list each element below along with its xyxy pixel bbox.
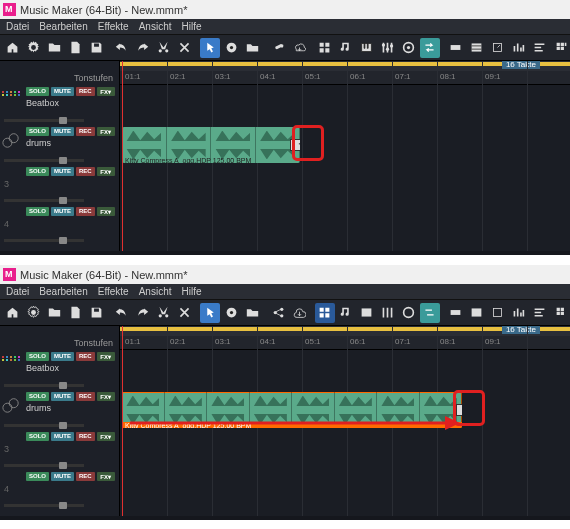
track-lane-4[interactable] (120, 205, 570, 245)
mute-btn-4[interactable]: MUTE (51, 207, 74, 216)
track-vol-4[interactable] (4, 504, 84, 507)
rec-btn-3[interactable]: REC (76, 432, 95, 441)
film-icon[interactable] (466, 38, 486, 58)
piano-icon[interactable] (357, 38, 377, 58)
track-head-2[interactable]: SOLO MUTE REC FX▾ drums (0, 390, 120, 430)
menu-hilfe[interactable]: Hilfe (181, 21, 201, 32)
redo-icon[interactable] (133, 303, 153, 323)
track-lane-2[interactable]: Kitty Compress A_ogg.HDP 125.00 BPM ↔ (120, 125, 570, 165)
fx-btn-1[interactable]: FX▾ (97, 352, 115, 361)
fx-icon[interactable] (399, 38, 419, 58)
rec-btn-2[interactable]: REC (76, 127, 95, 136)
track-head-1[interactable]: SOLO MUTE REC FX▾ Beatbox (0, 350, 120, 390)
rec-btn-3[interactable]: REC (76, 167, 95, 176)
rec-btn-1[interactable]: REC (76, 352, 95, 361)
rec-btn-4[interactable]: REC (76, 207, 95, 216)
menu-bearbeiten[interactable]: Bearbeiten (39, 286, 87, 297)
mute-btn-3[interactable]: MUTE (51, 432, 74, 441)
menu-ansicht[interactable]: Ansicht (139, 21, 172, 32)
track-head-1[interactable]: SOLO MUTE REC FX▾ Beatbox (0, 85, 120, 125)
solo-btn-1[interactable]: SOLO (26, 87, 49, 96)
mute-btn-4[interactable]: MUTE (51, 472, 74, 481)
track-lane-1[interactable] (120, 350, 570, 390)
clip-icon[interactable] (445, 303, 465, 323)
track-lane-3[interactable] (120, 165, 570, 205)
track-vol-1[interactable] (4, 119, 84, 122)
grid2-icon[interactable] (555, 303, 568, 323)
tuner-icon[interactable] (487, 38, 507, 58)
swap-icon[interactable] (420, 303, 440, 323)
solo-btn-2[interactable]: SOLO (26, 127, 49, 136)
grid-icon[interactable] (315, 38, 335, 58)
doc-new-icon[interactable] (65, 38, 85, 58)
folder2-icon[interactable] (242, 38, 262, 58)
mute-btn-1[interactable]: MUTE (51, 352, 74, 361)
track-vol-2[interactable] (4, 424, 84, 427)
folder2-icon[interactable] (242, 303, 262, 323)
film-icon[interactable] (466, 303, 486, 323)
disc-icon[interactable] (221, 303, 241, 323)
timeline[interactable]: 16 Takte 01:1 02:1 03:1 04:1 05:1 06:1 0… (120, 61, 570, 251)
timeline[interactable]: 16 Takte 01:1 02:1 03:1 04:1 05:1 06:1 0… (120, 326, 570, 516)
grid-icon[interactable] (315, 303, 335, 323)
mouse-tool-icon[interactable] (200, 303, 220, 323)
note-icon[interactable] (336, 303, 356, 323)
grid2-icon[interactable] (555, 38, 568, 58)
rec-btn-1[interactable]: REC (76, 87, 95, 96)
track-head-3[interactable]: 3 SOLO MUTE REC FX▾ (0, 165, 120, 205)
track-vol-2[interactable] (4, 159, 84, 162)
solo-btn-3[interactable]: SOLO (26, 167, 49, 176)
clip-icon[interactable] (445, 38, 465, 58)
share-icon[interactable] (268, 303, 288, 323)
cut-icon[interactable] (154, 38, 174, 58)
track-head-3[interactable]: 3 SOLO MUTE REC FX▾ (0, 430, 120, 470)
fx-btn-2[interactable]: FX▾ (97, 392, 115, 401)
fx-btn-3[interactable]: FX▾ (97, 167, 115, 176)
track-vol-4[interactable] (4, 239, 84, 242)
sliders-icon[interactable] (378, 303, 398, 323)
rec-btn-4[interactable]: REC (76, 472, 95, 481)
cloud-down-icon[interactable] (289, 38, 309, 58)
track-lane-3[interactable] (120, 430, 570, 470)
undo-icon[interactable] (112, 303, 132, 323)
menu-datei[interactable]: Datei (6, 286, 29, 297)
gear-icon[interactable] (23, 38, 43, 58)
sliders-icon[interactable] (378, 38, 398, 58)
audio-clip[interactable]: Kitty Compress A_ogg.HDP 125.00 BPM ↔ (122, 127, 300, 163)
swap-icon[interactable] (420, 38, 440, 58)
home-icon[interactable] (2, 38, 22, 58)
playhead[interactable] (122, 326, 123, 516)
align-icon[interactable] (529, 303, 549, 323)
fx-btn-1[interactable]: FX▾ (97, 87, 115, 96)
track-vol-3[interactable] (4, 199, 84, 202)
undo-icon[interactable] (112, 38, 132, 58)
track-head-4[interactable]: 4 SOLO MUTE REC FX▾ (0, 205, 120, 245)
mouse-tool-icon[interactable] (200, 38, 220, 58)
cut-icon[interactable] (154, 303, 174, 323)
menu-bearbeiten[interactable]: Bearbeiten (39, 21, 87, 32)
save-icon[interactable] (86, 303, 106, 323)
align-icon[interactable] (529, 38, 549, 58)
fx-icon[interactable] (399, 303, 419, 323)
menu-ansicht[interactable]: Ansicht (139, 286, 172, 297)
fx-btn-4[interactable]: FX▾ (97, 472, 115, 481)
tuner-icon[interactable] (487, 303, 507, 323)
menu-hilfe[interactable]: Hilfe (181, 286, 201, 297)
cloud-down-icon[interactable] (289, 303, 309, 323)
fx-btn-2[interactable]: FX▾ (97, 127, 115, 136)
delete-icon[interactable] (175, 38, 195, 58)
track-vol-1[interactable] (4, 384, 84, 387)
mixer-icon[interactable] (508, 38, 528, 58)
mute-btn-1[interactable]: MUTE (51, 87, 74, 96)
track-lane-2[interactable]: Kitty Compress A_ogg.HDP 125.00 BPM ↔ (120, 390, 570, 430)
gear-icon[interactable] (23, 303, 43, 323)
menu-datei[interactable]: Datei (6, 21, 29, 32)
solo-btn-4[interactable]: SOLO (26, 472, 49, 481)
playhead[interactable] (122, 61, 123, 251)
save-icon[interactable] (86, 38, 106, 58)
delete-icon[interactable] (175, 303, 195, 323)
fx-btn-4[interactable]: FX▾ (97, 207, 115, 216)
note-icon[interactable] (336, 38, 356, 58)
mute-btn-2[interactable]: MUTE (51, 127, 74, 136)
menu-effekte[interactable]: Effekte (98, 286, 129, 297)
